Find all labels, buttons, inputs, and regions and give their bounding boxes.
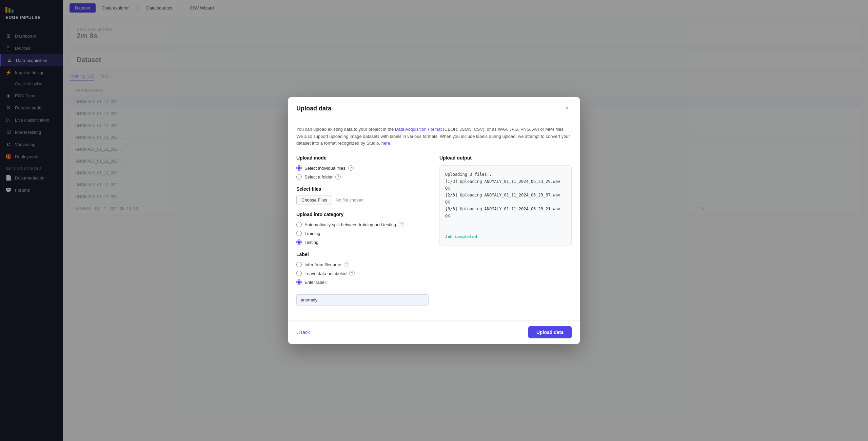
radio-enter-label-input[interactable] bbox=[296, 279, 302, 285]
select-files-title: Select files bbox=[296, 186, 429, 192]
output-line-1: Uploading 3 files... bbox=[445, 171, 566, 178]
upload-output-title: Upload output bbox=[439, 155, 572, 161]
label-section: Label Infer from filename ? Leave data u… bbox=[296, 252, 429, 306]
auto-split-help-icon[interactable]: ? bbox=[399, 222, 404, 227]
radio-individual-input[interactable] bbox=[296, 165, 302, 171]
unlabeled-help-icon[interactable]: ? bbox=[349, 271, 355, 276]
radio-auto-split-label: Automatically split between training and… bbox=[304, 222, 396, 227]
radio-infer-filename[interactable]: Infer from filename ? bbox=[296, 262, 429, 267]
back-button[interactable]: ‹ Back bbox=[296, 330, 310, 335]
choose-files-button[interactable]: Choose Files bbox=[296, 195, 332, 205]
radio-unlabeled-label: Leave data unlabeled bbox=[304, 271, 347, 276]
upload-mode-group: Select individual files ? Select a folde… bbox=[296, 165, 429, 180]
radio-unlabeled-input[interactable] bbox=[296, 271, 302, 276]
modal-description: You can upload existing data to your pro… bbox=[296, 126, 572, 147]
radio-leave-unlabeled[interactable]: Leave data unlabeled ? bbox=[296, 271, 429, 276]
radio-auto-split-input[interactable] bbox=[296, 222, 302, 227]
modal-footer: ‹ Back Upload data bbox=[288, 320, 580, 344]
upload-mode-title: Upload mode bbox=[296, 155, 429, 161]
modal-left-column: Upload mode Select individual files ? Se… bbox=[296, 155, 429, 314]
radio-auto-split[interactable]: Automatically split between training and… bbox=[296, 222, 429, 227]
modal-right-column: Upload output Uploading 3 files... [1/3]… bbox=[439, 155, 572, 314]
radio-infer-label: Infer from filename bbox=[304, 262, 341, 267]
radio-folder-label: Select a folder bbox=[304, 174, 333, 180]
individual-help-icon[interactable]: ? bbox=[348, 165, 354, 171]
no-file-text: No file chosen bbox=[336, 197, 363, 203]
modal-columns: Upload mode Select individual files ? Se… bbox=[296, 155, 572, 314]
label-section-title: Label bbox=[296, 252, 429, 257]
modal-title: Upload data bbox=[296, 105, 331, 112]
radio-enter-label-text: Enter label: bbox=[304, 280, 327, 285]
infer-help-icon[interactable]: ? bbox=[344, 262, 349, 267]
radio-training[interactable]: Training bbox=[296, 231, 429, 236]
output-job-completed: Job completed bbox=[445, 233, 566, 240]
folder-help-icon[interactable]: ? bbox=[335, 174, 341, 180]
radio-testing[interactable]: Testing bbox=[296, 239, 429, 245]
upload-modal: Upload data × You can upload existing da… bbox=[288, 97, 580, 344]
upload-output-box: Uploading 3 files... [1/3] Uploading ANO… bbox=[439, 165, 572, 246]
label-text-input[interactable] bbox=[296, 294, 429, 306]
radio-select-folder[interactable]: Select a folder ? bbox=[296, 174, 429, 180]
radio-folder-input[interactable] bbox=[296, 174, 302, 180]
data-acquisition-format-link[interactable]: Data Acquisition Format bbox=[395, 127, 442, 132]
radio-individual-files[interactable]: Select individual files ? bbox=[296, 165, 429, 171]
here-link[interactable]: here bbox=[381, 141, 390, 146]
radio-training-label: Training bbox=[304, 231, 320, 236]
radio-enter-label[interactable]: Enter label: bbox=[296, 279, 429, 285]
file-choose-row: Choose Files No file chosen bbox=[296, 195, 429, 205]
modal-overlay: Upload data × You can upload existing da… bbox=[0, 0, 868, 441]
label-options-group: Infer from filename ? Leave data unlabel… bbox=[296, 262, 429, 285]
radio-training-input[interactable] bbox=[296, 231, 302, 236]
modal-body: You can upload existing data to your pro… bbox=[288, 119, 580, 320]
radio-testing-label: Testing bbox=[304, 240, 318, 245]
radio-infer-input[interactable] bbox=[296, 262, 302, 267]
modal-close-button[interactable]: × bbox=[562, 104, 572, 113]
output-line-2: [1/3] Uploading ANOMALY_01_11_2024_06_23… bbox=[445, 178, 566, 192]
radio-individual-label: Select individual files bbox=[304, 166, 346, 171]
upload-category-title: Upload into category bbox=[296, 212, 429, 217]
upload-data-button[interactable]: Upload data bbox=[528, 326, 572, 338]
modal-header: Upload data × bbox=[288, 97, 580, 119]
upload-category-group: Automatically split between training and… bbox=[296, 222, 429, 245]
radio-testing-input[interactable] bbox=[296, 239, 302, 245]
output-line-4: [3/3] Uploading ANOMALY_01_11_2024_06_23… bbox=[445, 206, 566, 219]
output-line-3: [2/3] Uploading ANOMALY_01_11_2024_06_23… bbox=[445, 192, 566, 206]
